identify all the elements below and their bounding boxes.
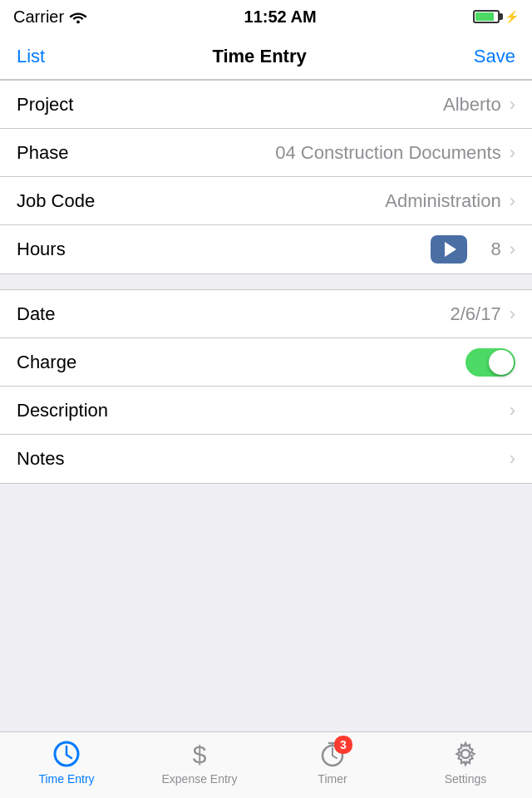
hours-row[interactable]: Hours 8 › <box>0 225 532 273</box>
notes-row[interactable]: Notes › <box>0 435 532 483</box>
date-label: Date <box>17 303 133 325</box>
phase-value: 04 Construction Documents <box>133 142 510 164</box>
description-row[interactable]: Description › <box>0 387 532 435</box>
battery-icon <box>473 10 500 23</box>
charge-row[interactable]: Charge <box>0 338 532 387</box>
tab-settings[interactable]: Settings <box>399 739 532 786</box>
hours-label: Hours <box>17 239 133 260</box>
section-2: Date 2/6/17 › Charge Description › Notes… <box>0 289 532 484</box>
svg-line-7 <box>332 756 337 758</box>
job-code-value: Administration <box>133 190 510 212</box>
svg-point-0 <box>76 21 80 24</box>
project-value: Alberto <box>133 94 510 116</box>
svg-text:$: $ <box>193 741 207 768</box>
toggle-knob <box>489 350 514 375</box>
date-value: 2/6/17 <box>133 303 510 325</box>
tab-time-entry-label: Time Entry <box>38 772 94 786</box>
charge-label: Charge <box>17 352 133 373</box>
save-button[interactable]: Save <box>474 46 515 67</box>
phase-chevron-icon: › <box>510 142 515 164</box>
section-separator-1 <box>0 274 532 289</box>
phase-row[interactable]: Phase 04 Construction Documents › <box>0 129 532 177</box>
bolt-icon: ⚡ <box>505 10 519 23</box>
timer-icon-wrap: 3 <box>318 739 347 769</box>
date-chevron-icon: › <box>510 303 515 325</box>
date-row[interactable]: Date 2/6/17 › <box>0 290 532 338</box>
expense-entry-icon-wrap: $ <box>185 739 214 769</box>
dollar-icon: $ <box>186 740 213 768</box>
svg-point-10 <box>461 750 470 758</box>
description-label: Description <box>17 400 133 421</box>
hours-chevron-icon: › <box>510 239 515 260</box>
tab-settings-label: Settings <box>445 772 487 786</box>
job-code-row[interactable]: Job Code Administration › <box>0 177 532 225</box>
svg-line-3 <box>66 755 71 758</box>
gear-icon <box>451 740 480 768</box>
tab-expense-entry-label: Expense Entry <box>161 772 237 786</box>
charge-toggle[interactable] <box>466 348 515 377</box>
project-label: Project <box>17 94 133 116</box>
back-button[interactable]: List <box>17 46 45 67</box>
tab-expense-entry[interactable]: $ Expense Entry <box>133 739 266 786</box>
tab-time-entry[interactable]: Time Entry <box>0 739 133 786</box>
tab-bar: Time Entry $ Expense Entry 3 Timer <box>0 732 532 798</box>
settings-icon-wrap <box>451 739 480 769</box>
notes-chevron-icon: › <box>510 448 515 470</box>
status-right: ⚡ <box>473 10 519 23</box>
project-row[interactable]: Project Alberto › <box>0 81 532 129</box>
tab-timer[interactable]: 3 Timer <box>266 739 399 786</box>
phase-label: Phase <box>17 142 133 164</box>
section-1: Project Alberto › Phase 04 Construction … <box>0 80 532 274</box>
carrier-text: Carrier <box>13 7 87 27</box>
play-button[interactable] <box>431 235 467 264</box>
nav-bar: List Time Entry Save <box>0 33 532 80</box>
clock-icon <box>52 740 81 768</box>
timer-badge: 3 <box>334 736 352 754</box>
hours-value: 8 <box>490 239 500 260</box>
status-time: 11:52 AM <box>244 7 317 27</box>
page-title: Time Entry <box>212 46 306 67</box>
project-chevron-icon: › <box>510 94 515 116</box>
job-code-chevron-icon: › <box>510 190 515 212</box>
time-entry-icon-wrap <box>52 739 81 769</box>
wifi-icon <box>69 10 87 23</box>
tab-timer-label: Timer <box>318 772 347 786</box>
notes-label: Notes <box>17 448 133 470</box>
job-code-label: Job Code <box>17 190 133 212</box>
play-icon <box>445 242 456 257</box>
status-bar: Carrier 11:52 AM ⚡ <box>0 0 532 33</box>
description-chevron-icon: › <box>510 400 515 421</box>
